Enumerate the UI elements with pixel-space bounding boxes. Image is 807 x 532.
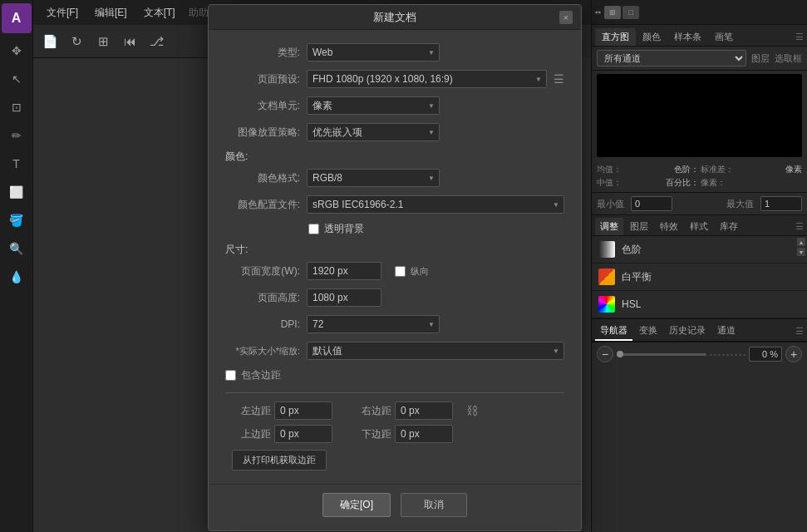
tab-transform[interactable]: 变换 [634, 322, 662, 341]
mid-value: 百分比： [666, 177, 699, 189]
tool-fill[interactable]: 🪣 [4, 208, 29, 233]
cancel-btn[interactable]: 取消 [401, 493, 467, 517]
color-section-header: 颜色: [225, 150, 564, 164]
tool-pen[interactable]: ✏ [4, 123, 29, 148]
left-margin-label: 左边距 [225, 404, 271, 418]
doc-unit-label: 文档单元: [225, 99, 300, 113]
adj-item-levels[interactable]: 色阶 [592, 236, 807, 264]
tool-move[interactable]: ✥ [4, 38, 29, 63]
dpi-select[interactable]: 72 [307, 315, 440, 333]
margin-link-icon[interactable]: ⛓ [466, 404, 478, 417]
color-profile-select[interactable]: sRGB IEC61966-2.1 [307, 195, 564, 214]
transparent-bg-row: 透明背景 [225, 222, 564, 236]
zoom-out-btn[interactable]: − [597, 346, 613, 362]
selectframe-tab[interactable]: 选取框 [775, 52, 802, 65]
tab-effects[interactable]: 特效 [655, 218, 683, 235]
ok-btn[interactable]: 确定[O] [322, 493, 391, 517]
max-label: 最大值 [726, 198, 754, 210]
menu-text[interactable]: 文本[T] [137, 4, 182, 22]
include-margin-checkbox[interactable] [225, 370, 236, 381]
prev-btn[interactable]: ⏮ [118, 30, 141, 53]
margin-section: 左边距 右边距 ⛓ 上边距 下边距 从打印机获取边距 [225, 392, 564, 470]
transparent-bg-checkbox[interactable] [308, 224, 319, 234]
tab-history[interactable]: 历史记录 [664, 322, 711, 341]
tab-styles[interactable]: 样式 [685, 218, 713, 235]
top-margin-input[interactable] [274, 425, 332, 443]
adj-label-wb: 白平衡 [622, 270, 652, 284]
tab-adjust[interactable]: 调整 [595, 218, 623, 235]
minmax-row: 最小值 最大值 [592, 192, 807, 214]
tool-zoom[interactable]: 🔍 [4, 236, 29, 261]
dialog-close-btn[interactable]: × [559, 11, 573, 24]
channel-bar: 所有通道 图层 选取框 [592, 47, 807, 71]
image-place-select[interactable]: 优先嵌入项 [307, 123, 440, 141]
zoom-input[interactable] [749, 347, 782, 362]
preset-menu-icon[interactable]: ☰ [554, 72, 564, 86]
include-margin-row: 包含边距 [225, 368, 564, 382]
adj-icon-wb [598, 268, 615, 285]
scroll-down[interactable]: ▼ [797, 248, 805, 256]
color-format-select[interactable]: RGB/8 [307, 169, 440, 187]
bottom-margin-group: 下边距 [346, 425, 453, 443]
width-input[interactable] [307, 262, 381, 280]
dialog-title: 新建文档 [230, 10, 559, 25]
adj-item-wb[interactable]: 白平衡 [592, 264, 807, 291]
zoom-in-btn[interactable]: + [785, 346, 802, 362]
portrait-checkbox[interactable] [395, 266, 406, 277]
menu-edit[interactable]: 编辑[E] [88, 4, 134, 22]
tool-eyedrop[interactable]: 💧 [4, 264, 29, 289]
share-btn[interactable]: ⎇ [145, 30, 168, 53]
tab-navigator[interactable]: 导航器 [595, 322, 632, 341]
tab-brush[interactable]: 画笔 [708, 28, 740, 46]
adj-scroll[interactable]: ▲ ▼ [797, 238, 805, 256]
menu-file[interactable]: 文件[F] [40, 4, 85, 22]
right-margin-input[interactable] [395, 401, 453, 420]
left-margin-input[interactable] [274, 401, 332, 420]
scroll-up[interactable]: ▲ [797, 238, 805, 246]
doc-unit-row: 文档单元: 像素 [225, 96, 564, 115]
tool-shape[interactable]: ⬜ [4, 180, 29, 204]
panel-menu-icon[interactable]: ☰ [795, 32, 804, 42]
tab-library[interactable]: 库存 [715, 218, 743, 235]
tool-text[interactable]: T [4, 151, 29, 176]
adj-menu-icon[interactable]: ☰ [795, 221, 804, 232]
actual-scale-select[interactable]: 默认值 [307, 342, 564, 360]
tab-sample[interactable]: 样本条 [667, 28, 708, 46]
nav-menu-icon[interactable]: ☰ [795, 326, 804, 337]
height-input[interactable] [307, 288, 381, 307]
min-input[interactable] [631, 196, 672, 211]
channel-select[interactable]: 所有通道 [597, 50, 746, 66]
tab-layers[interactable]: 图层 [625, 218, 653, 235]
adj-list: ▲ ▼ 色阶 白平衡 HSL [592, 236, 807, 318]
tab-color[interactable]: 颜色 [636, 28, 667, 46]
portrait-label: 纵向 [411, 265, 429, 278]
zoom-dots: • • • • • • • • • [710, 351, 745, 358]
image-place-select-wrapper: 优先嵌入项 [307, 123, 440, 141]
from-printer-btn[interactable]: 从打印机获取边距 [232, 450, 327, 470]
tool-select[interactable]: ↖ [4, 66, 29, 91]
actual-scale-label: *实际大小*缩放: [225, 345, 300, 357]
margin-row-1: 左边距 右边距 ⛓ [225, 401, 564, 420]
size-section-header: 尺寸: [225, 243, 564, 257]
adj-item-hsl[interactable]: HSL [592, 291, 807, 318]
type-select[interactable]: Web [307, 43, 440, 62]
refresh-btn[interactable]: ↻ [65, 30, 88, 53]
color-section-title: 颜色: [225, 150, 248, 162]
actual-scale-select-wrapper: 默认值 [307, 342, 564, 360]
portrait-toggle: 纵向 [395, 265, 429, 278]
type-select-wrapper: Web [307, 43, 440, 62]
tool-crop[interactable]: ⊡ [4, 95, 29, 120]
tab-histogram[interactable]: 直方图 [595, 28, 636, 46]
tab-channels[interactable]: 通道 [712, 322, 741, 341]
doc-unit-select[interactable]: 像素 [307, 96, 440, 115]
page-preset-select[interactable]: FHD 1080p (1920 x 1080, 16:9) [307, 70, 547, 88]
rpanel-tool2[interactable]: □ [622, 6, 639, 19]
new-doc-btn[interactable]: 📄 [38, 30, 62, 53]
layers-btn[interactable]: ⊞ [91, 30, 115, 53]
dpi-row: DPI: 72 [225, 315, 564, 333]
rpanel-tool1[interactable]: ⊞ [604, 6, 621, 19]
zoom-track[interactable] [617, 353, 706, 356]
bottom-margin-input[interactable] [395, 425, 453, 443]
max-input[interactable] [760, 196, 802, 211]
layer-tab-inactive[interactable]: 图层 [751, 52, 770, 65]
